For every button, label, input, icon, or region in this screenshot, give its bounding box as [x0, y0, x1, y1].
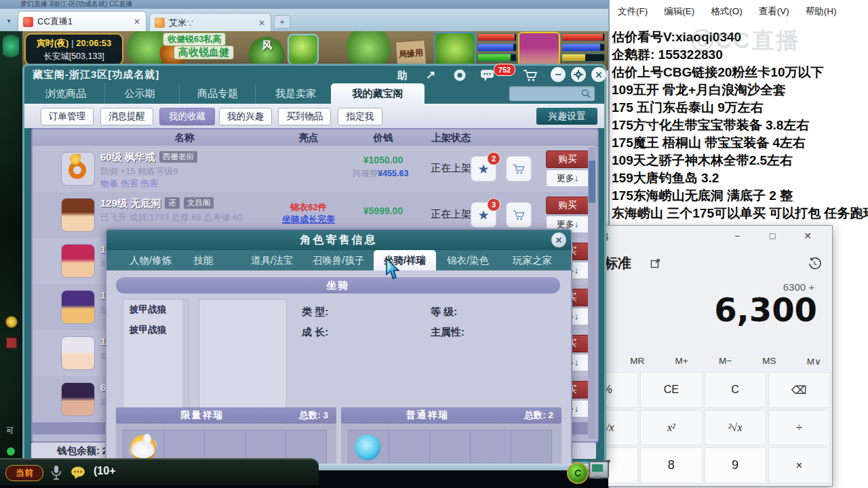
calc-mode-label[interactable]: 标准 [604, 254, 631, 272]
list-item[interactable]: 披甲战狼 [123, 300, 189, 320]
calc-square-key[interactable]: x² [640, 410, 702, 446]
calc-sqrt-key[interactable]: ²√x [705, 410, 766, 446]
settings-gear-icon[interactable] [571, 67, 586, 82]
table-row[interactable]: 60级 枫华戒西栅老街 防御 +15 精炼等级6 物暴 伤害 伤害 ¥1050.… [33, 146, 595, 192]
item-icon-ring[interactable] [61, 152, 95, 186]
nav-tab-seller[interactable]: 我是卖家 [255, 83, 336, 104]
sub-tab-favorites[interactable]: 我的收藏 [159, 108, 215, 125]
calc-close-button[interactable]: ✕ [790, 226, 825, 246]
tab-dropdown-icon[interactable]: ▾ [3, 15, 14, 26]
calc-mr-button[interactable]: MR [625, 354, 650, 368]
close-icon[interactable]: ✕ [128, 17, 146, 26]
sidebar-coin-icon[interactable] [5, 316, 18, 328]
more-button[interactable]: 更多↓ [546, 169, 589, 187]
menu-help[interactable]: 帮助(H) [803, 4, 840, 19]
mount-list-scrollbar[interactable] [182, 300, 189, 408]
calc-divide-key[interactable]: ÷ [768, 410, 830, 446]
calc-multiply-key[interactable]: × [768, 447, 830, 483]
scrollbar-thumb[interactable] [589, 161, 595, 203]
tab-aimi[interactable]: 艾米∵ ✕ [149, 13, 271, 32]
pet-slot[interactable] [470, 430, 511, 466]
calc-mplus-button[interactable]: M+ [670, 354, 694, 368]
dtab-jinyi[interactable]: 锦衣/染色 [437, 250, 498, 270]
menu-format[interactable]: 格式(O) [708, 4, 745, 19]
nav-tab-my-cbg[interactable]: 我的藏宝阁 [331, 83, 425, 104]
calc-minimize-button[interactable]: − [719, 226, 755, 246]
highlight-jinyi[interactable]: 锦衣62件 [290, 201, 326, 214]
tab-cc-live[interactable]: CC直播1 ✕ [18, 11, 146, 32]
star-icon: ★ [477, 161, 489, 177]
record-icon[interactable] [453, 68, 467, 82]
list-item[interactable]: 披甲战狼 [123, 320, 189, 340]
game-medallion-icon[interactable]: C [567, 462, 589, 484]
highlight-mount[interactable]: 坐骑成长完美 [282, 214, 335, 226]
sub-tab-orders[interactable]: 订单管理 [41, 108, 94, 125]
help-button[interactable]: 助 [397, 69, 408, 82]
character-avatar[interactable] [61, 336, 95, 370]
list-scrollbar[interactable] [588, 147, 596, 439]
history-icon[interactable] [808, 257, 821, 270]
share-arrow-icon[interactable]: ↗ [426, 68, 435, 82]
calc-ce-key[interactable]: CE [640, 372, 702, 408]
calc-9-key[interactable]: 9 [705, 447, 766, 483]
item-status: 正在上架 [431, 208, 471, 221]
character-avatar[interactable] [61, 290, 95, 324]
menu-file[interactable]: 文件(F) [615, 4, 650, 19]
dtab-skills[interactable]: 技能 [181, 250, 226, 270]
calc-8-key[interactable]: 8 [640, 447, 702, 483]
dtab-mounts[interactable]: 坐骑/祥瑞 [374, 250, 436, 270]
sidebar-green-icon[interactable] [7, 447, 15, 455]
game-clock-panel: 寅时(夜) | 20:06:53 长安城[503,133] [24, 33, 123, 66]
mic-icon[interactable] [50, 465, 62, 481]
calc-memory-row: MC MR M+ M− MS M∨ [580, 354, 827, 368]
pet-slot[interactable] [429, 430, 471, 466]
unread-count[interactable]: (10+ [94, 465, 115, 477]
sub-tab-notices[interactable]: 消息提醒 [100, 108, 153, 125]
add-to-cart-button[interactable] [506, 202, 532, 228]
chat-icon[interactable] [71, 466, 87, 480]
close-icon[interactable]: ✕ [591, 67, 606, 82]
sidebar-red-icon[interactable] [6, 338, 17, 348]
minimize-icon[interactable]: − [551, 67, 566, 82]
current-channel-button[interactable]: 当前 [5, 465, 43, 481]
interest-settings-button[interactable]: 兴趣设置 [536, 108, 597, 125]
character-avatar[interactable] [61, 198, 95, 232]
close-icon[interactable]: ✕ [253, 18, 271, 28]
character-avatar[interactable] [61, 382, 95, 416]
dtab-home[interactable]: 玩家之家 [502, 250, 562, 270]
buy-button[interactable]: 购买 [546, 150, 589, 168]
calc-c-key[interactable]: C [705, 372, 766, 408]
dtab-character[interactable]: 人物/修炼 [123, 250, 178, 270]
close-icon[interactable]: ✕ [551, 232, 566, 247]
search-input[interactable] [509, 86, 595, 101]
menu-edit[interactable]: 编辑(E) [661, 4, 697, 19]
sub-tab-interests[interactable]: 我的兴趣 [219, 108, 272, 125]
character-avatar[interactable] [61, 244, 95, 278]
nav-tab-browse[interactable]: 浏览商品 [30, 83, 102, 104]
computer-icon[interactable] [589, 461, 609, 479]
notepad-text[interactable]: 估价看号V:xiaoqi0340 企鹅群: 155322830 估价上号CBG链… [612, 28, 868, 222]
favorite-star-button[interactable]: ★ 2 [471, 156, 496, 182]
nav-tab-topics[interactable]: 商品专题 [179, 83, 256, 104]
pet-slot[interactable] [389, 430, 430, 466]
calc-ms-button[interactable]: MS [757, 354, 781, 368]
add-to-cart-button[interactable] [506, 156, 532, 182]
calc-maximize-button[interactable]: □ [755, 226, 790, 246]
sub-tab-assigned[interactable]: 指定我 [338, 108, 382, 125]
keep-on-top-icon[interactable] [650, 258, 661, 269]
chat-bubble-icon[interactable] [480, 69, 495, 82]
item-title: 129级 无底洞 [100, 197, 161, 209]
buy-button[interactable]: 购买 [546, 197, 589, 214]
calc-backspace-key[interactable]: ⌫ [768, 372, 830, 408]
dtab-items[interactable]: 道具/法宝 [242, 250, 302, 270]
nav-tab-public[interactable]: 公示期 [104, 83, 174, 104]
favorite-star-button[interactable]: ★ 3 [471, 202, 496, 228]
menu-view[interactable]: 查看(V) [756, 4, 792, 19]
pet-slot[interactable] [511, 430, 552, 466]
new-tab-button[interactable]: + [274, 15, 290, 28]
cart-icon[interactable] [522, 69, 538, 82]
sub-tab-bought[interactable]: 买到物品 [278, 108, 331, 125]
calc-mminus-button[interactable]: M− [713, 354, 737, 368]
calc-mdrop-button[interactable]: M∨ [802, 354, 827, 368]
dtab-pets[interactable]: 召唤兽/孩子 [304, 250, 372, 270]
